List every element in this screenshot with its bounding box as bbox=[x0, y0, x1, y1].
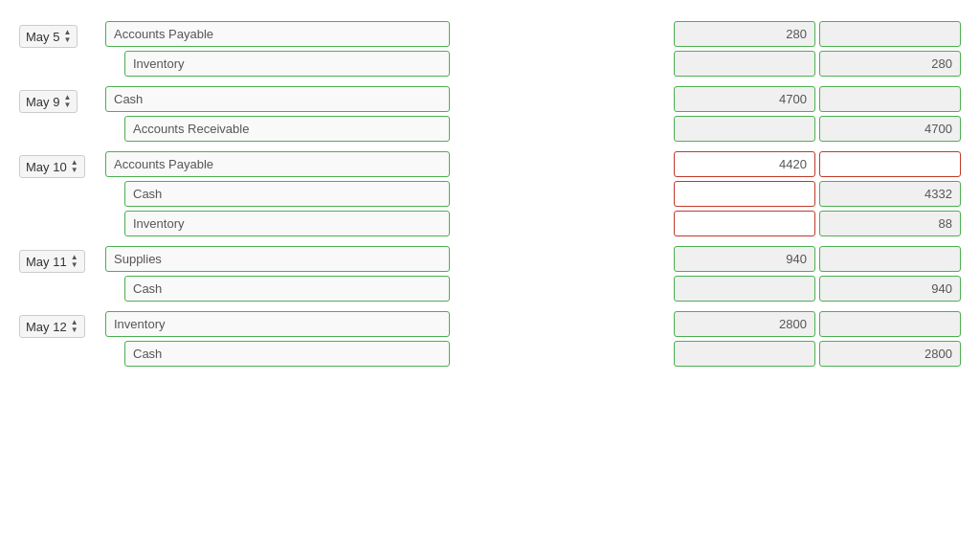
account-input-may5-1[interactable] bbox=[124, 51, 450, 77]
debit-input-may10-0[interactable] bbox=[674, 151, 815, 177]
account-input-may11-0[interactable] bbox=[105, 246, 450, 272]
debit-input-may12-0[interactable] bbox=[674, 311, 815, 337]
table-row bbox=[105, 341, 961, 367]
date-arrows-may5: ▲▼ bbox=[63, 29, 71, 44]
debit-input-may11-1[interactable] bbox=[674, 276, 815, 302]
credit-input-may11-0[interactable] bbox=[819, 246, 961, 272]
date-select-may11[interactable]: May 11▲▼ bbox=[19, 250, 85, 273]
section-may11: May 11▲▼ bbox=[19, 246, 961, 302]
credit-input-may5-1[interactable] bbox=[819, 51, 961, 77]
debit-input-may12-1[interactable] bbox=[674, 341, 815, 367]
date-label-may12: May 12 bbox=[26, 320, 67, 334]
table-row bbox=[105, 181, 961, 207]
account-input-may10-1[interactable] bbox=[124, 181, 450, 207]
date-label-may10: May 10 bbox=[26, 160, 67, 174]
debit-input-may5-1[interactable] bbox=[674, 51, 815, 77]
date-arrows-may12: ▲▼ bbox=[71, 319, 78, 334]
section-may10: May 10▲▼ bbox=[19, 151, 961, 236]
debit-input-may11-0[interactable] bbox=[674, 246, 815, 272]
credit-input-may12-1[interactable] bbox=[819, 341, 961, 367]
table-row bbox=[105, 311, 961, 337]
date-select-may5[interactable]: May 5▲▼ bbox=[19, 25, 78, 48]
credit-input-may5-0[interactable] bbox=[819, 21, 961, 47]
account-input-may11-1[interactable] bbox=[124, 276, 450, 302]
table-row bbox=[105, 211, 961, 236]
date-label-may5: May 5 bbox=[26, 30, 59, 44]
table-row bbox=[105, 151, 961, 177]
section-may12: May 12▲▼ bbox=[19, 311, 961, 367]
credit-input-may10-1[interactable] bbox=[819, 181, 961, 207]
account-input-may12-0[interactable] bbox=[105, 311, 450, 337]
date-select-may10[interactable]: May 10▲▼ bbox=[19, 155, 85, 178]
credit-input-may12-0[interactable] bbox=[819, 311, 961, 337]
date-arrows-may10: ▲▼ bbox=[71, 159, 78, 174]
credit-input-may10-2[interactable] bbox=[819, 211, 961, 236]
date-select-may12[interactable]: May 12▲▼ bbox=[19, 315, 85, 338]
table-row bbox=[105, 246, 961, 272]
credit-input-may9-1[interactable] bbox=[819, 116, 961, 142]
section-may9: May 9▲▼ bbox=[19, 86, 961, 142]
account-input-may12-1[interactable] bbox=[124, 341, 450, 367]
table-row bbox=[105, 116, 961, 142]
section-may5: May 5▲▼ bbox=[19, 21, 961, 77]
debit-input-may10-2[interactable] bbox=[674, 211, 815, 236]
account-input-may10-0[interactable] bbox=[105, 151, 450, 177]
credit-input-may11-1[interactable] bbox=[819, 276, 961, 302]
account-input-may9-0[interactable] bbox=[105, 86, 450, 112]
date-arrows-may11: ▲▼ bbox=[71, 254, 78, 269]
debit-input-may9-0[interactable] bbox=[674, 86, 815, 112]
account-input-may10-2[interactable] bbox=[124, 211, 450, 236]
table-row bbox=[105, 51, 961, 77]
account-input-may9-1[interactable] bbox=[124, 116, 450, 142]
table-row bbox=[105, 86, 961, 112]
debit-input-may9-1[interactable] bbox=[674, 116, 815, 142]
debit-input-may10-1[interactable] bbox=[674, 181, 815, 207]
table-row bbox=[105, 21, 961, 47]
table-row bbox=[105, 276, 961, 302]
credit-input-may9-0[interactable] bbox=[819, 86, 961, 112]
date-label-may9: May 9 bbox=[26, 95, 59, 109]
date-arrows-may9: ▲▼ bbox=[63, 94, 71, 109]
date-label-may11: May 11 bbox=[26, 255, 67, 269]
account-input-may5-0[interactable] bbox=[105, 21, 450, 47]
date-select-may9[interactable]: May 9▲▼ bbox=[19, 90, 78, 113]
credit-input-may10-0[interactable] bbox=[819, 151, 961, 177]
debit-input-may5-0[interactable] bbox=[674, 21, 815, 47]
